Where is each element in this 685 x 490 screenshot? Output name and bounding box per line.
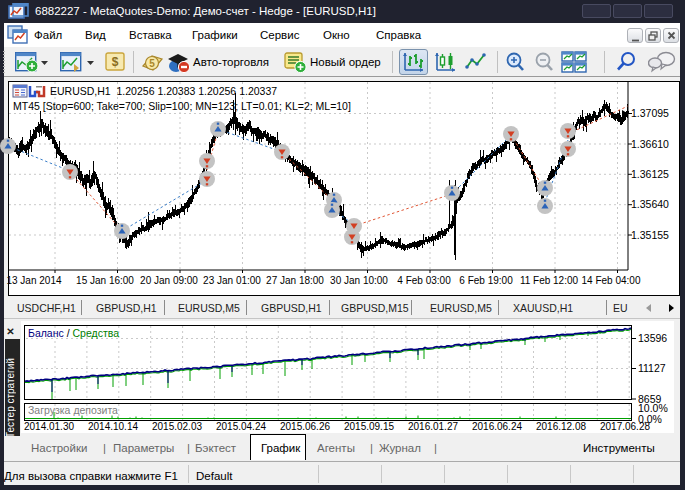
svg-text:13596: 13596 [638, 332, 667, 344]
svg-text:1.36125: 1.36125 [631, 168, 669, 180]
svg-text:23 Jan 01:00: 23 Jan 01:00 [203, 275, 261, 286]
svg-text:13 Jan 2014: 13 Jan 2014 [6, 275, 61, 286]
svg-text:6 Feb 19:00: 6 Feb 19:00 [459, 275, 513, 286]
svg-text:2017.06.28: 2017.06.28 [600, 421, 650, 432]
svg-text:EURUSD,H1 1.20256 1.20383 1.2: EURUSD,H1 1.20256 1.20383 1.20256 1.2033… [50, 85, 277, 97]
svg-text:4 Feb 03:00: 4 Feb 03:00 [397, 275, 451, 286]
svg-text:Загрузка депозита: Загрузка депозита [28, 404, 118, 416]
svg-text:11127: 11127 [638, 362, 666, 374]
svg-text:30 Jan 10:00: 30 Jan 10:00 [330, 275, 388, 286]
svg-text:11 Feb 12:00: 11 Feb 12:00 [520, 275, 579, 286]
svg-text:2016.06.24: 2016.06.24 [472, 421, 522, 432]
svg-text:20 Jan 09:00: 20 Jan 09:00 [140, 275, 198, 286]
svg-text:2016.01.27: 2016.01.27 [408, 421, 458, 432]
svg-text:2014.01.30: 2014.01.30 [24, 421, 74, 432]
svg-text:2015.06.26: 2015.06.26 [280, 421, 330, 432]
svg-text:MT45 [Stop=600; Take=700; Slip: MT45 [Stop=600; Take=700; Slip=100; MN=1… [13, 100, 351, 112]
svg-text:27 Jan 18:00: 27 Jan 18:00 [266, 275, 324, 286]
svg-text:2016.12.08: 2016.12.08 [536, 421, 586, 432]
svg-text:15 Jan 16:00: 15 Jan 16:00 [76, 275, 134, 286]
svg-text:2014.10.14: 2014.10.14 [88, 421, 138, 432]
svg-text:1.35640: 1.35640 [631, 198, 669, 210]
svg-text:14 Feb 04:00: 14 Feb 04:00 [582, 275, 641, 286]
svg-text:2015.09.15: 2015.09.15 [344, 421, 394, 432]
svg-text:1.35155: 1.35155 [631, 229, 669, 241]
svg-text:1.37095: 1.37095 [631, 107, 669, 119]
svg-text:2015.04.24: 2015.04.24 [216, 421, 266, 432]
svg-text:1.36610: 1.36610 [631, 138, 669, 150]
svg-text:2015.02.03: 2015.02.03 [152, 421, 202, 432]
svg-text:Баланс / Средства: Баланс / Средства [28, 327, 119, 339]
